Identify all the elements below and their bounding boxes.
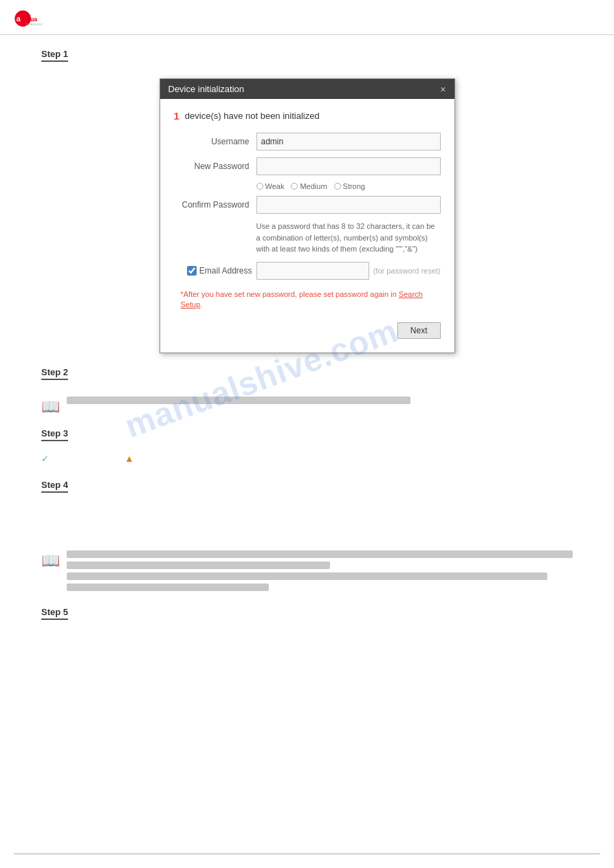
check-icon: ✓ bbox=[41, 454, 49, 464]
section-4: Step 4 📖 bbox=[41, 480, 573, 594]
section-3-heading: Step 3 bbox=[41, 428, 68, 441]
email-input[interactable] bbox=[256, 262, 369, 280]
strength-medium-label: Medium bbox=[300, 182, 327, 190]
strength-strong-label: Strong bbox=[343, 182, 365, 190]
device-count-number: 1 bbox=[174, 110, 179, 122]
section-3: Step 3 ✓ ▲ bbox=[41, 428, 573, 467]
username-input[interactable] bbox=[256, 133, 441, 151]
note-content-2 bbox=[67, 550, 573, 594]
strength-medium-dot bbox=[291, 183, 298, 190]
step-3-content: ✓ ▲ bbox=[41, 451, 573, 467]
warning-icon: ▲ bbox=[124, 453, 134, 464]
section-1-heading: Step 1 bbox=[41, 49, 68, 62]
email-row: Email Address (for password reset) bbox=[174, 262, 441, 280]
strength-weak: Weak bbox=[256, 182, 285, 190]
email-hint: (for password reset) bbox=[373, 267, 441, 275]
note-content-1 bbox=[67, 397, 573, 408]
gray-bar-2-2 bbox=[67, 561, 330, 569]
modal-wrapper: Device initialization × 1 device(s) have… bbox=[41, 78, 573, 353]
gray-bar-2-3 bbox=[67, 572, 547, 580]
strength-weak-dot bbox=[256, 183, 263, 190]
strength-strong-dot bbox=[334, 183, 341, 190]
logo: a lhua TECHNOLOGY bbox=[14, 8, 47, 29]
email-checkbox-area: Email Address bbox=[174, 266, 256, 276]
gray-bar-1-1 bbox=[67, 397, 410, 404]
modal-footer: Next bbox=[174, 320, 441, 339]
section-4-heading: Step 4 bbox=[41, 480, 68, 493]
new-password-label: New Password bbox=[174, 162, 256, 171]
email-checkbox[interactable] bbox=[187, 266, 197, 276]
confirm-password-label: Confirm Password bbox=[174, 200, 256, 210]
password-strength-row: Weak Medium Strong bbox=[256, 182, 441, 190]
next-button[interactable]: Next bbox=[397, 322, 441, 339]
dahua-logo-icon: a lhua TECHNOLOGY bbox=[14, 8, 44, 29]
device-count-row: 1 device(s) have not been initialized bbox=[174, 110, 441, 122]
new-password-input[interactable] bbox=[256, 157, 441, 175]
search-setup-link[interactable]: Search Setup bbox=[181, 290, 423, 309]
svg-text:lhua: lhua bbox=[25, 16, 37, 23]
username-label: Username bbox=[174, 137, 256, 146]
confirm-password-input[interactable] bbox=[256, 196, 441, 214]
new-password-row: New Password bbox=[174, 157, 441, 175]
section-5: Step 5 bbox=[41, 607, 573, 630]
section-2-heading: Step 2 bbox=[41, 367, 68, 380]
username-row: Username bbox=[174, 133, 441, 151]
modal-title-bar: Device initialization × bbox=[160, 79, 454, 99]
email-label: Email Address bbox=[199, 266, 252, 276]
device-count-text: device(s) have not been initialized bbox=[185, 111, 320, 121]
confirm-password-row: Confirm Password bbox=[174, 196, 441, 214]
svg-text:TECHNOLOGY: TECHNOLOGY bbox=[25, 23, 43, 26]
gray-bar-2-1 bbox=[67, 550, 573, 558]
password-hint: Use a password that has 8 to 32 characte… bbox=[256, 221, 435, 255]
section-4-content bbox=[41, 502, 573, 544]
strength-strong: Strong bbox=[334, 182, 365, 190]
modal-close-button[interactable]: × bbox=[440, 85, 446, 94]
note-book-icon-2: 📖 bbox=[41, 552, 60, 570]
section-1: Step 1 Device initialization × 1 device(… bbox=[41, 49, 573, 353]
gray-bar-2-4 bbox=[67, 583, 269, 591]
note-block-2: 📖 bbox=[41, 550, 573, 594]
reset-note: *After you have set new password, please… bbox=[181, 289, 441, 311]
svg-text:a: a bbox=[17, 14, 21, 23]
page-header: a lhua TECHNOLOGY bbox=[0, 0, 614, 35]
footer-line bbox=[14, 854, 600, 854]
section-5-heading: Step 5 bbox=[41, 607, 68, 620]
section-2: Step 2 📖 bbox=[41, 367, 573, 416]
strength-medium: Medium bbox=[291, 182, 327, 190]
modal-title: Device initialization bbox=[168, 84, 245, 94]
main-content: Step 1 Device initialization × 1 device(… bbox=[0, 35, 614, 656]
note-block-1: 📖 bbox=[41, 397, 573, 416]
note-book-icon-1: 📖 bbox=[41, 398, 60, 416]
device-initialization-modal: Device initialization × 1 device(s) have… bbox=[160, 78, 455, 353]
modal-body: 1 device(s) have not been initialized Us… bbox=[160, 99, 454, 353]
strength-weak-label: Weak bbox=[265, 182, 285, 190]
